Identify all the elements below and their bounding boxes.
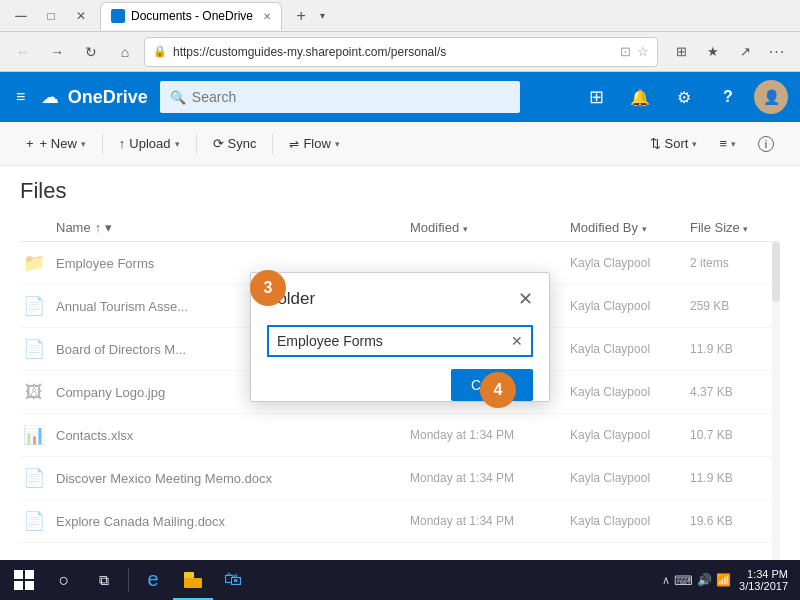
browser-close[interactable]: ✕ [68,3,94,29]
extensions-btn[interactable]: ⊞ [666,37,696,67]
upload-button[interactable]: ↑ Upload ▾ [109,130,190,157]
view-arrow: ▾ [731,139,736,149]
search-icon: 🔍 [170,90,186,105]
refresh-button[interactable]: ↻ [76,37,106,67]
browser-minimize[interactable]: ─ [8,3,34,29]
step-3-badge: 3 [250,270,286,306]
col-modified-header[interactable]: Modified ▾ [410,220,570,235]
table-header: Name ↑ ▾ Modified ▾ Modified By ▾ File S… [20,214,780,242]
browser-titlebar: ─ □ ✕ Documents - OneDrive ✕ + ▾ [0,0,800,32]
address-bar[interactable]: 🔒 https://customguides-my.sharepoint.com… [144,37,658,67]
flow-label: Flow [303,136,330,151]
new-button[interactable]: + + New ▾ [16,130,96,157]
search-button[interactable]: ○ [44,560,84,600]
share-btn[interactable]: ↗ [730,37,760,67]
command-bar: + + New ▾ ↑ Upload ▾ ⟳ Sync ⇌ Flow ▾ ⇅ S… [0,122,800,166]
taskbar-right: ∧ ⌨ 🔊 📶 1:34 PM 3/13/2017 [662,568,796,592]
col-modified-label: Modified [410,220,459,235]
col-modifiedby-label: Modified By [570,220,638,235]
col-name-arrow: ▾ [105,220,112,235]
onedrive-logo-text: OneDrive [68,87,148,107]
info-button[interactable]: i [748,130,784,158]
hamburger-button[interactable]: ≡ [12,84,29,110]
avatar[interactable]: 👤 [754,80,788,114]
col-modifiedby-arrow: ▾ [642,224,647,234]
svg-rect-5 [184,578,202,588]
upload-arrow: ▾ [175,139,180,149]
clock[interactable]: 1:34 PM 3/13/2017 [739,568,788,592]
col-size-label: File Size [690,220,740,235]
sync-label: Sync [228,136,257,151]
files-title: Files [20,178,780,204]
svg-rect-2 [14,581,23,590]
back-button[interactable]: ← [8,37,38,67]
new-label: + New [40,136,77,151]
view-icon: ≡ [719,136,727,151]
browser-tab-active[interactable]: Documents - OneDrive ✕ [100,2,282,30]
apps-button[interactable]: ⊞ [578,79,614,115]
browser-maximize[interactable]: □ [38,3,64,29]
favorites-btn[interactable]: ★ [698,37,728,67]
taskbar-explorer[interactable] [173,560,213,600]
tray-chevron[interactable]: ∧ [662,574,670,587]
step-4-badge: 4 [480,372,516,408]
files-content: 📁 Employee Forms Kayla Claypool 2 items … [20,242,780,600]
time-display: 1:34 PM [747,568,788,580]
folder-name-input[interactable] [269,327,503,355]
view-button[interactable]: ≡ ▾ [709,130,746,157]
info-icon: i [758,136,774,152]
folder-name-input-wrapper: ✕ [267,325,533,357]
search-input[interactable] [192,89,510,105]
sort-arrow: ▾ [692,139,697,149]
new-tab-button[interactable]: + [288,3,314,29]
modal-close-button[interactable]: ✕ [518,290,533,308]
more-btn[interactable]: ··· [762,37,792,67]
col-size-header[interactable]: File Size ▾ [690,220,780,235]
flow-icon: ⇌ [289,137,299,151]
separator-3 [272,134,273,154]
cmd-right-actions: ⇅ Sort ▾ ≡ ▾ i [640,130,784,158]
lock-icon: 🔒 [153,45,167,58]
task-view-button[interactable]: ⧉ [84,560,124,600]
start-button[interactable] [4,560,44,600]
onedrive-logo: ☁ OneDrive [41,86,148,108]
sort-icon: ⇅ [650,136,661,151]
header-actions: ⊞ 🔔 ⚙ ? 👤 [578,79,788,115]
sort-asc-icon: ↑ [95,220,102,235]
help-button[interactable]: ? [710,79,746,115]
onedrive-header: ≡ ☁ OneDrive 🔍 ⊞ 🔔 ⚙ ? 👤 [0,72,800,122]
input-clear-button[interactable]: ✕ [503,333,531,349]
keyboard-icon: ⌨ [674,573,693,588]
taskbar-store[interactable]: 🛍 [213,560,253,600]
upload-icon: ↑ [119,136,126,151]
modal-header: Folder ✕ [251,273,549,317]
new-arrow: ▾ [81,139,86,149]
forward-button[interactable]: → [42,37,72,67]
flow-button[interactable]: ⇌ Flow ▾ [279,130,349,157]
taskbar-edge[interactable]: e [133,560,173,600]
separator-1 [102,134,103,154]
svg-rect-3 [25,581,34,590]
volume-icon[interactable]: 🔊 [697,573,712,587]
settings-button[interactable]: ⚙ [666,79,702,115]
sort-label: Sort [665,136,689,151]
search-box[interactable]: 🔍 [160,81,520,113]
star-icon[interactable]: ☆ [637,44,649,59]
col-modifiedby-header[interactable]: Modified By ▾ [570,220,690,235]
upload-label: Upload [129,136,170,151]
svg-rect-4 [184,572,194,579]
home-button[interactable]: ⌂ [110,37,140,67]
col-modified-arrow: ▾ [463,224,468,234]
sync-icon: ⟳ [213,136,224,151]
tab-favicon [111,9,125,23]
notification-button[interactable]: 🔔 [622,79,658,115]
sync-button[interactable]: ⟳ Sync [203,130,267,157]
network-icon[interactable]: 📶 [716,573,731,587]
tab-arrow[interactable]: ▾ [320,10,325,21]
date-display: 3/13/2017 [739,580,788,592]
tab-close[interactable]: ✕ [263,11,271,22]
col-name-header[interactable]: Name ↑ ▾ [56,220,410,235]
sort-button[interactable]: ⇅ Sort ▾ [640,130,708,157]
files-area: Files Name ↑ ▾ Modified ▾ Modified By ▾ … [0,166,800,600]
separator-2 [196,134,197,154]
